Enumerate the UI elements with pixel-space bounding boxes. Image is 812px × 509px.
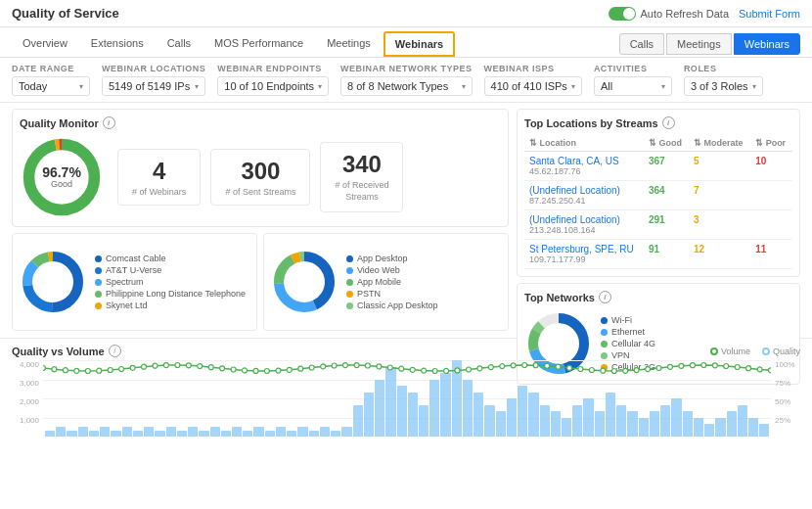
endpoints-legend: App Desktop Video Web App Mobile PSTN Cl…: [346, 254, 438, 310]
donut-percent: 96.7%: [42, 165, 81, 179]
filter-roles-label: ROLES: [684, 64, 763, 73]
tab-calls[interactable]: Calls: [157, 31, 202, 57]
left-panel: Quality Monitor i 96.7%: [12, 109, 509, 334]
info-icon: i: [103, 116, 115, 129]
loc-name: (Undefined Location): [529, 185, 639, 196]
col-moderate[interactable]: ⇅ Moderate: [689, 135, 750, 152]
bar: [56, 427, 66, 437]
loc-poor: [750, 210, 792, 240]
bar: [452, 360, 462, 437]
bar: [111, 431, 120, 438]
auto-refresh-toggle[interactable]: Auto Refresh Data: [609, 7, 730, 21]
col-good[interactable]: ⇅ Good: [644, 135, 689, 152]
loc-good: 367: [644, 152, 689, 181]
col-location[interactable]: ⇅ Location: [524, 135, 644, 152]
filter-isps-select[interactable]: 410 of 410 ISPs ▾: [484, 76, 582, 96]
filter-activities-select[interactable]: All ▾: [594, 76, 672, 96]
quality-donut-chart: 96.7% Good: [20, 135, 104, 219]
stat-webinars-value: 4: [132, 158, 186, 185]
tab-extensions[interactable]: Extensions: [80, 31, 155, 57]
top-locations-card: Top Locations by Streams i ⇅ Location ⇅ …: [517, 109, 800, 277]
col-poor[interactable]: ⇅ Poor: [750, 135, 792, 152]
filter-endpoints: WEBINAR ENDPOINTS 10 of 10 Endpoints ▾: [217, 64, 329, 96]
locations-table-body: Santa Clara, CA, US45.62.187.76 367 5 10…: [524, 152, 792, 269]
bar: [144, 427, 154, 437]
bar: [639, 418, 649, 438]
filter-isps-label: WEBINAR ISPS: [484, 64, 582, 73]
bar: [309, 431, 319, 438]
legend-pstn: PSTN: [346, 289, 438, 299]
bar: [671, 398, 681, 437]
loc-name: St Petersburg, SPE, RU: [529, 244, 639, 254]
bar: [738, 405, 747, 438]
bar: [320, 427, 330, 437]
view-tab-webinars[interactable]: Webinars: [734, 33, 800, 55]
legend-volume-label: Volume: [721, 347, 750, 356]
bar: [397, 386, 407, 437]
legend-dot: [601, 352, 608, 359]
bar: [341, 427, 351, 437]
bar: [297, 427, 307, 437]
qvv-chart: 4,000 3,000 2,000 1,000 100: [12, 360, 800, 437]
filter-date-range-label: DATE RANGE: [12, 64, 90, 73]
bar: [583, 398, 593, 437]
bar: [463, 380, 473, 438]
tab-overview[interactable]: Overview: [12, 31, 78, 57]
loc-ip: 45.62.187.76: [529, 166, 639, 176]
filter-date-range-value: Today: [19, 80, 47, 92]
loc-good: 91: [644, 240, 689, 269]
filter-date-range-select[interactable]: Today ▾: [12, 76, 90, 96]
filter-endpoints-value: 10 of 10 Endpoints: [224, 80, 314, 92]
bar: [606, 393, 615, 438]
bar: [408, 393, 418, 438]
filter-activities-value: All: [601, 80, 612, 92]
bar: [385, 367, 395, 438]
bar: [551, 411, 561, 437]
filter-locations-label: WEBINAR LOCATIONS: [102, 64, 205, 73]
bar: [650, 411, 659, 437]
submit-button[interactable]: Submit Form: [739, 8, 800, 20]
bar: [100, 427, 110, 437]
bar: [331, 431, 340, 438]
legend-spectrum: Spectrum: [95, 277, 246, 287]
loc-good: 291: [644, 210, 689, 240]
bar: [188, 427, 198, 437]
main-content: Quality Monitor i 96.7%: [0, 103, 812, 338]
bar: [727, 411, 737, 437]
chevron-down-icon: ▾: [462, 82, 466, 91]
legend-dot: [346, 291, 353, 298]
tab-webinars[interactable]: Webinars: [383, 31, 455, 57]
bar: [748, 418, 758, 438]
bar: [166, 427, 176, 437]
filter-isps: WEBINAR ISPS 410 of 410 ISPs ▾: [484, 64, 582, 96]
filter-roles-select[interactable]: 3 of 3 Roles ▾: [684, 76, 763, 96]
filter-endpoints-select[interactable]: 10 of 10 Endpoints ▾: [217, 76, 329, 96]
donut-center: 96.7% Good: [42, 165, 81, 189]
isps-legend: Comcast Cable AT&T U-Verse Spectrum Phil…: [95, 254, 246, 310]
stat-sent-value: 300: [225, 158, 295, 185]
bar: [419, 405, 429, 438]
tab-mos-performance[interactable]: MOS Performance: [203, 31, 314, 57]
quality-monitor-title: Quality Monitor i: [20, 116, 501, 129]
filter-network-types-label: WEBINAR NETWORK TYPES: [340, 64, 473, 73]
toggle-switch-icon[interactable]: [609, 7, 636, 21]
bar: [440, 373, 450, 437]
loc-poor: 10: [750, 152, 792, 181]
legend-wifi: Wi-Fi: [601, 315, 655, 325]
tab-meetings[interactable]: Meetings: [316, 31, 382, 57]
bar: [694, 418, 703, 438]
quality-monitor-content: 96.7% Good 4 # of Webinars 300 # of Sent…: [20, 135, 501, 219]
view-tab-meetings[interactable]: Meetings: [666, 33, 732, 55]
legend-dot: [346, 255, 353, 262]
isps-donut-svg: [19, 248, 87, 316]
filter-locations-select[interactable]: 5149 of 5149 IPs ▾: [102, 76, 205, 96]
view-tab-calls[interactable]: Calls: [619, 33, 664, 55]
bar: [507, 398, 517, 437]
page-title: Quality of Service: [12, 6, 119, 21]
filter-network-types-value: 8 of 8 Network Types: [347, 80, 448, 92]
qvv-legend: Volume Quality: [710, 347, 800, 356]
filter-network-types-select[interactable]: 8 of 8 Network Types ▾: [340, 76, 473, 96]
chevron-down-icon: ▾: [79, 82, 83, 91]
bar-chart: [43, 360, 771, 437]
locations-table-head: ⇅ Location ⇅ Good ⇅ Moderate ⇅ Poor: [524, 135, 792, 152]
